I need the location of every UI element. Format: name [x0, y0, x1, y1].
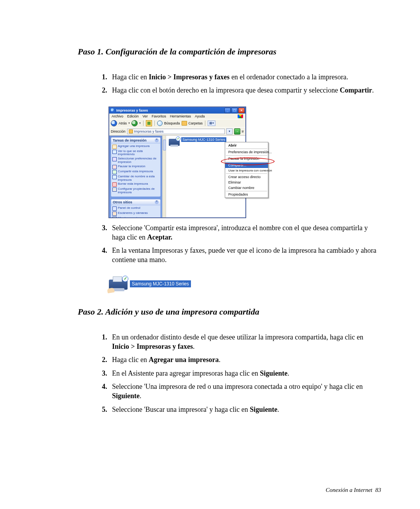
ctx-open[interactable]: Abrir	[225, 143, 268, 148]
shared-printer-figure: ✓ Samsung MJC-1310 Series	[109, 276, 381, 291]
minimize-button[interactable]: _	[224, 108, 231, 113]
ctx-shortcut[interactable]: Crear acceso directo	[225, 174, 268, 180]
printer-label: Samsung MJC-1310 Series	[181, 137, 226, 142]
windows-flag-icon	[238, 114, 243, 118]
text: En un ordenador distinto desde el que de…	[112, 333, 363, 341]
link-my-documents[interactable]: Mis documentos	[112, 216, 159, 217]
printer-item[interactable]: ✓ Samsung MJC-1310 Series	[169, 137, 226, 146]
text: En el Asistente para agregar impresoras …	[112, 369, 260, 377]
back-button[interactable]	[111, 120, 117, 126]
address-field[interactable]: Impresoras y faxes	[127, 129, 225, 134]
address-label: Dirección	[111, 129, 126, 133]
step1-item-3: Seleccione 'Compartir esta impresora', i…	[109, 223, 381, 242]
task-share[interactable]: Compartir esta impresora	[112, 170, 159, 175]
ctx-offline[interactable]: Usar la impresora con conexión	[225, 168, 268, 173]
menu-fav[interactable]: Favoritos	[152, 114, 166, 118]
bold-text: Inicio > Impresoras y faxes	[149, 73, 229, 81]
menubar: Archivo Edición Ver Favoritos Herramient…	[109, 114, 245, 119]
panel-title: Otros sitios	[113, 200, 132, 204]
step2-item-4: Seleccione 'Una impresora de red o una i…	[109, 382, 381, 401]
text: .	[287, 369, 289, 377]
panel-title: Tareas de impresión	[113, 138, 147, 142]
print-tasks-panel: Tareas de impresión ˄ Agregar una impres…	[111, 137, 161, 197]
step2-list: En un ordenador distinto desde el que de…	[78, 332, 381, 414]
text: Haga clic en	[112, 73, 149, 81]
task-properties[interactable]: Configurar propiedades de impresora	[112, 187, 159, 195]
menu-tools[interactable]: Herramientas	[170, 114, 191, 118]
menu-view[interactable]: Ver	[143, 114, 148, 118]
text: Seleccione 'Una impresora de red o una i…	[112, 383, 363, 390]
address-value: Impresoras y faxes	[134, 129, 164, 133]
task-sidebar: Tareas de impresión ˄ Agregar una impres…	[109, 136, 162, 217]
step1-list: Haga clic en Inicio > Impresoras y faxes…	[78, 72, 381, 95]
step1-heading: Paso 1. Configuración de la compartición…	[78, 47, 381, 57]
folders-label: Carpetas	[189, 121, 203, 125]
titlebar: Impresoras y faxes _ □ ×	[109, 107, 245, 114]
go-label: Ir	[242, 129, 244, 133]
folders-icon[interactable]	[182, 121, 187, 126]
footer-section: Conexión a Internet	[326, 487, 373, 493]
step1-item-2: Haga clic con el botón derecho en la imp…	[109, 86, 381, 95]
maximize-button[interactable]: □	[231, 108, 238, 113]
bold-text: Aceptar.	[147, 233, 172, 241]
page-number: 83	[375, 487, 381, 493]
text: .	[219, 356, 220, 364]
step2-heading: Paso 2. Adición y uso de una impresora c…	[78, 307, 381, 317]
other-places-panel: Otros sitios ˄ Panel de control Escánere…	[111, 199, 161, 217]
printer-list-area: ✓ Samsung MJC-1310 Series Abrir Preferen…	[162, 136, 245, 217]
task-preferences[interactable]: Seleccionar preferencias de impresión	[112, 157, 159, 164]
text: en el ordenador conectado a la impresora…	[229, 73, 348, 81]
step2-item-1: En un ordenador distinto desde el que de…	[109, 332, 381, 352]
printer-icon: ✓	[169, 137, 180, 146]
views-button[interactable]: ▦▾	[208, 121, 215, 126]
collapse-icon[interactable]: ˄	[155, 138, 159, 142]
folder-icon	[129, 129, 133, 133]
forward-button[interactable]	[131, 120, 138, 126]
text: Haga clic en	[112, 356, 149, 364]
step1-item-1: Haga clic en Inicio > Impresoras y faxes…	[109, 72, 381, 82]
menu-file[interactable]: Archivo	[112, 114, 123, 118]
ctx-pause[interactable]: Pausar la impresión	[225, 156, 268, 161]
text: Haga clic con el botón derecho en la imp…	[112, 86, 340, 94]
ctx-rename[interactable]: Cambiar nombre	[225, 185, 268, 191]
link-scanners[interactable]: Escáneres y cámaras	[112, 211, 159, 216]
task-delete[interactable]: Borrar esta impresora	[112, 182, 159, 187]
page-footer: Conexión a Internet 83	[326, 487, 381, 493]
task-see-printing[interactable]: Ver lo que se está imprimiendo	[112, 149, 159, 157]
collapse-icon[interactable]: ˄	[155, 200, 159, 204]
bold-text: Siguiente	[112, 392, 140, 400]
ctx-delete[interactable]: Eliminar	[225, 180, 268, 185]
text: .	[140, 392, 142, 400]
text: Seleccione 'Buscar una impresora' y haga…	[112, 406, 250, 413]
step2-item-5: Seleccione 'Buscar una impresora' y haga…	[109, 405, 381, 414]
search-icon[interactable]	[157, 121, 163, 126]
up-button[interactable]	[146, 120, 152, 126]
menu-edit[interactable]: Edición	[127, 114, 139, 118]
ctx-prefs[interactable]: Preferencias de impresión...	[225, 149, 268, 155]
go-button[interactable]: →	[234, 128, 240, 135]
scrollbar[interactable]	[163, 136, 166, 217]
panel-header[interactable]: Tareas de impresión ˄	[111, 138, 160, 143]
link-control-panel[interactable]: Panel de control	[112, 206, 159, 211]
bold-text: Siguiente	[250, 406, 277, 413]
bold-text: Inicio > Impresoras y faxes	[112, 343, 193, 350]
ctx-share[interactable]: Compartir...	[225, 163, 268, 168]
text: .	[193, 343, 195, 350]
shared-printer-icon: ✓	[109, 276, 128, 291]
task-rename[interactable]: Cambiar de nombre a esta impresora	[112, 175, 159, 182]
close-button[interactable]: ×	[238, 108, 245, 113]
printers-window: Impresoras y faxes _ □ × Archivo Edición…	[109, 107, 246, 218]
shared-printer-label: Samsung MJC-1310 Series	[130, 280, 191, 287]
text: .	[372, 86, 374, 94]
address-dropdown[interactable]: ▾	[226, 128, 233, 135]
back-label: Atrás	[119, 121, 127, 125]
bold-text: Siguiente	[260, 369, 287, 377]
panel-header[interactable]: Otros sitios ˄	[111, 199, 160, 205]
step2-item-2: Haga clic en Agregar una impresora.	[109, 355, 381, 364]
task-pause[interactable]: Pausar la impresión	[112, 164, 159, 170]
menu-help[interactable]: Ayuda	[195, 114, 205, 118]
printer-icon	[111, 108, 115, 112]
task-add-printer[interactable]: Agregar una impresora	[112, 144, 159, 149]
step1-list-cont: Seleccione 'Compartir esta impresora', i…	[78, 223, 381, 265]
ctx-properties[interactable]: Propiedades	[225, 192, 268, 197]
